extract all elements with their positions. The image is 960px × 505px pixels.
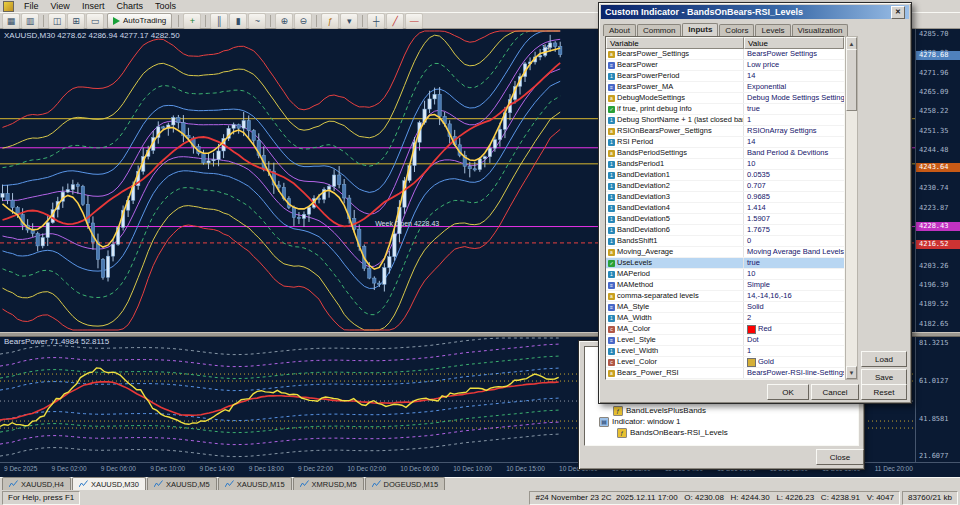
- table-scrollbar[interactable]: ▲ ▼: [845, 36, 858, 380]
- input-row[interactable]: aMoving_AverageMoving Average Band Level…: [606, 247, 844, 258]
- trendline-icon[interactable]: ╱: [386, 13, 404, 29]
- scrollbar-thumb[interactable]: [846, 49, 857, 111]
- indicator-list-item[interactable]: ▤Indicator: window 1: [585, 416, 858, 427]
- dialog-tab-inputs[interactable]: Inputs: [682, 23, 718, 36]
- input-row[interactable]: cMA_ColorRed: [606, 324, 844, 335]
- input-row[interactable]: 1BandsShift10: [606, 236, 844, 247]
- input-value-cell[interactable]: Low price: [744, 60, 844, 70]
- input-row[interactable]: cLevel_ColorGold: [606, 357, 844, 368]
- cancel-button[interactable]: Cancel: [811, 384, 859, 400]
- market-watch-icon[interactable]: ◫: [48, 13, 66, 29]
- input-value-cell[interactable]: Gold: [744, 357, 844, 367]
- dialog-tab-levels[interactable]: Levels: [755, 24, 790, 36]
- input-row[interactable]: ≡MAMethodSimple: [606, 280, 844, 291]
- dialog-tab-about[interactable]: About: [603, 24, 636, 36]
- menu-tools[interactable]: Tools: [149, 0, 182, 12]
- input-row[interactable]: 1RSI_Style0: [606, 379, 844, 380]
- input-value-cell[interactable]: Simple: [744, 280, 844, 290]
- chart-tab-dogeusd-m15[interactable]: DOGEUSD,M15: [365, 477, 446, 490]
- save-button[interactable]: Save: [861, 369, 907, 385]
- input-value-cell[interactable]: BearsPower-RSI-line-Settings: [744, 368, 844, 378]
- input-row[interactable]: 1RSI Period14: [606, 137, 844, 148]
- dialog-tab-common[interactable]: Common: [637, 24, 681, 36]
- column-header-variable[interactable]: Variable: [606, 37, 744, 49]
- input-value-cell[interactable]: 14: [744, 71, 844, 81]
- input-row[interactable]: aRSIOnBearsPower_SettignsRSIOnArray Sett…: [606, 126, 844, 137]
- input-row[interactable]: ✓UseLevelstrue: [606, 258, 844, 269]
- input-value-cell[interactable]: true: [744, 258, 844, 268]
- input-row[interactable]: ≡Level_StyleDot: [606, 335, 844, 346]
- hline-icon[interactable]: ―: [405, 13, 423, 29]
- chart-tab-xauusd-m15[interactable]: XAUUSD,M15: [218, 477, 292, 490]
- input-row[interactable]: ≡BearsPower_MAExponential: [606, 82, 844, 93]
- input-value-cell[interactable]: true: [744, 104, 844, 114]
- input-row[interactable]: 1BandDeviation20.707: [606, 181, 844, 192]
- input-value-cell[interactable]: 0.707: [744, 181, 844, 191]
- dialog-tab-visualization[interactable]: Visualization: [792, 24, 849, 36]
- dialog-tab-colors[interactable]: Colors: [719, 24, 754, 36]
- price-axis[interactable]: 4285.704278.834271.964265.094258.224251.…: [915, 29, 960, 332]
- input-value-cell[interactable]: 0.9685: [744, 192, 844, 202]
- load-button[interactable]: Load: [861, 351, 907, 367]
- scroll-down-icon[interactable]: ▼: [846, 366, 857, 379]
- input-value-cell[interactable]: 10: [744, 159, 844, 169]
- candlestick-chart-icon[interactable]: ▮: [229, 13, 247, 29]
- input-value-cell[interactable]: Dot: [744, 335, 844, 345]
- menu-file[interactable]: File: [18, 0, 45, 12]
- ok-button[interactable]: OK: [767, 384, 809, 400]
- input-row[interactable]: aBandsPeriodSettingsBand Period & Deviti…: [606, 148, 844, 159]
- input-row[interactable]: 1Level_Width1: [606, 346, 844, 357]
- indicator-list-item[interactable]: ƒBandsOnBears-RSI_Levels: [585, 427, 858, 438]
- column-header-value[interactable]: Value: [744, 37, 844, 49]
- input-row[interactable]: 1BandsPeriod110: [606, 159, 844, 170]
- input-row[interactable]: aDebugModeSettingsDebug Mode Settings Se…: [606, 93, 844, 104]
- indicators-icon[interactable]: ƒ: [321, 13, 339, 29]
- input-value-cell[interactable]: Band Period & Devitions: [744, 148, 844, 158]
- input-row[interactable]: ≡BearsPowerLow price: [606, 60, 844, 71]
- input-row[interactable]: 1MAPeriod10: [606, 269, 844, 280]
- reset-button[interactable]: Reset: [861, 384, 907, 400]
- input-row[interactable]: ✓if true, print debug infotrue: [606, 104, 844, 115]
- zoom-in-icon[interactable]: ⊕: [275, 13, 293, 29]
- crosshair-icon[interactable]: ┼: [367, 13, 385, 29]
- input-row[interactable]: ≡MA_StyleSolid: [606, 302, 844, 313]
- input-value-cell[interactable]: 1: [744, 115, 844, 125]
- autotrading-button[interactable]: AutoTrading: [107, 13, 172, 29]
- chart-tab-xauusd-m5[interactable]: XAUUSD,M5: [147, 477, 217, 490]
- chart-profiles-icon[interactable]: ▥: [21, 13, 39, 29]
- zoom-out-icon[interactable]: ⊖: [294, 13, 312, 29]
- input-row[interactable]: 1BandDeviation61.7675: [606, 225, 844, 236]
- chart-tab-xmrusd-m5[interactable]: XMRUSD,M5: [293, 477, 364, 490]
- close-button[interactable]: Close: [816, 449, 864, 465]
- terminal-icon[interactable]: ▭: [86, 13, 104, 29]
- chart-tab-xauusd-m30[interactable]: XAUUSD,M30: [72, 477, 146, 490]
- input-value-cell[interactable]: 1.7675: [744, 225, 844, 235]
- input-value-cell[interactable]: BearsPower Settings: [744, 49, 844, 59]
- input-value-cell[interactable]: 0.0535: [744, 170, 844, 180]
- input-value-cell[interactable]: 0: [744, 236, 844, 246]
- dialog-close-icon[interactable]: ✕: [891, 6, 905, 19]
- input-value-cell[interactable]: 1: [744, 346, 844, 356]
- new-chart-icon[interactable]: ▦: [2, 13, 20, 29]
- input-row[interactable]: acomma-separated levels14,-14,16,-16: [606, 291, 844, 302]
- menu-charts[interactable]: Charts: [110, 0, 149, 12]
- input-row[interactable]: 1MA_Width2: [606, 313, 844, 324]
- input-row[interactable]: 1BandDeviation30.9685: [606, 192, 844, 203]
- input-value-cell[interactable]: 0: [744, 379, 844, 380]
- input-value-cell[interactable]: 1.5907: [744, 214, 844, 224]
- new-order-icon[interactable]: +: [183, 13, 201, 29]
- chart-tab-xauusd-h4[interactable]: XAUUSD,H4: [2, 477, 71, 490]
- input-row[interactable]: 1BearsPowerPeriod14: [606, 71, 844, 82]
- dialog-title-bar[interactable]: Custom Indicator - BandsOnBears-RSI_Leve…: [601, 5, 909, 19]
- periods-icon[interactable]: ▾: [340, 13, 358, 29]
- input-value-cell[interactable]: Solid: [744, 302, 844, 312]
- input-value-cell[interactable]: 10: [744, 269, 844, 279]
- app-icon[interactable]: [3, 1, 14, 12]
- input-value-cell[interactable]: Moving Average Band Levels: [744, 247, 844, 257]
- navigator-icon[interactable]: ⊞: [67, 13, 85, 29]
- input-row[interactable]: aBearsPower_SettingsBearsPower Settings: [606, 49, 844, 60]
- input-row[interactable]: 1BandDeviation10.0535: [606, 170, 844, 181]
- line-chart-icon[interactable]: ~: [248, 13, 266, 29]
- bar-chart-icon[interactable]: ║: [210, 13, 228, 29]
- input-row[interactable]: 1Debug ShortName + 1 (last closed bar)1: [606, 115, 844, 126]
